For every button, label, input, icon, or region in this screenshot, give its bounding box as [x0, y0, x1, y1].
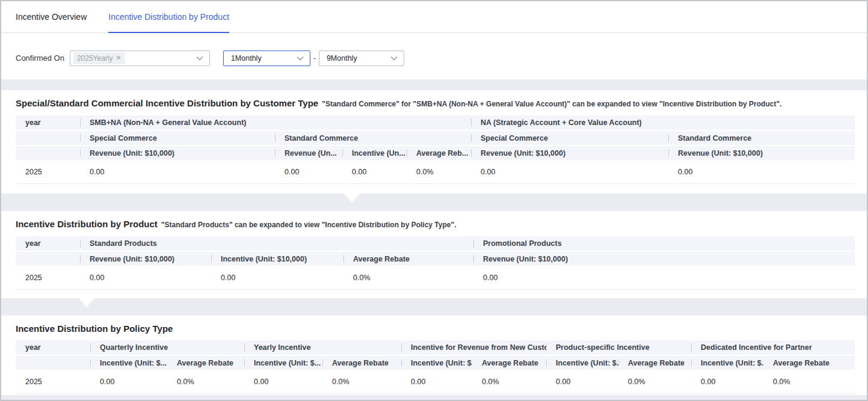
data-cell: 0.00 — [401, 370, 472, 393]
header-cell: Average Rebate — [618, 355, 691, 370]
section-title-row: Incentive Distribution by Product"Standa… — [16, 211, 852, 236]
header-cell: Average Rebate — [343, 251, 473, 266]
header-cell: Incentive (Unit: $... — [244, 355, 322, 370]
chevron-down-icon — [390, 56, 398, 61]
header-cell: Average Reb... — [407, 145, 471, 161]
data-cell: 2025 — [16, 266, 80, 289]
data-cell: 0.0% — [618, 370, 691, 393]
header-cell — [16, 145, 80, 161]
section-separator — [1, 298, 867, 316]
header-cell — [16, 251, 80, 266]
confirmed-on-select[interactable]: 2025Yearly ✕ — [70, 51, 210, 66]
tab-bar: Incentive Overview Incentive Distributio… — [1, 1, 867, 33]
range-to-value: 9Monthly — [319, 54, 357, 63]
data-cell: 0.00 — [691, 370, 763, 393]
data-cell: 0.00 — [244, 370, 322, 393]
data-cell: 0.00 — [80, 161, 275, 183]
header-cell: Incentive (Unit: $... — [546, 355, 618, 370]
by-product-table: yearStandard ProductsPromotional Product… — [16, 236, 855, 290]
data-cell: 0.00 — [275, 161, 342, 183]
header-cell: Standard Commerce — [668, 130, 855, 145]
by-policy-type-table: yearQuarterly IncentiveYearly IncentiveI… — [16, 340, 855, 394]
header-cell: Incentive (Unit: $... — [90, 355, 167, 370]
header-cell — [16, 130, 80, 145]
header-cell: Revenue (Unit: $10,000) — [668, 145, 855, 161]
header-cell — [16, 355, 90, 370]
header-cell: Yearly Incentive — [244, 340, 401, 355]
header-cell: Promotional Products — [473, 236, 855, 251]
chevron-down-icon — [196, 56, 203, 61]
range-from-select[interactable]: 1Monthly — [223, 51, 310, 66]
header-cell: Incentive (Un... — [342, 145, 407, 161]
section-title: Incentive Distribution by Product — [16, 219, 158, 229]
header-cell: year — [16, 340, 90, 355]
section-separator — [1, 79, 867, 90]
data-cell: 0.0% — [407, 161, 471, 183]
header-cell[interactable]: Standard Products — [80, 236, 473, 251]
header-cell[interactable]: Standard Commerce — [275, 130, 471, 145]
section-customer-type: Special/Standard Commercial Incentive Di… — [1, 90, 867, 194]
section-title-row: Incentive Distribution by Policy Type — [16, 316, 852, 340]
confirmed-on-label: Confirmed On — [16, 54, 64, 63]
header-cell: Incentive (Unit: $... — [401, 355, 472, 370]
expand-pointer-notch — [344, 194, 360, 203]
range-from-value: 1Monthly — [224, 54, 262, 63]
data-cell: 0.00 — [471, 161, 668, 183]
tab-incentive-overview[interactable]: Incentive Overview — [16, 1, 87, 33]
section-separator — [1, 194, 867, 211]
header-cell: Product-specific Incentive — [546, 340, 691, 355]
data-cell: 0.00 — [546, 370, 618, 393]
incentive-report-page: Incentive Overview Incentive Distributio… — [0, 0, 868, 401]
table-row: 20250.000.000.0%0.00 — [16, 266, 855, 289]
header-cell: Average Rebate — [763, 355, 855, 370]
table-row: 20250.000.0%0.000.0%0.000.0%0.000.0%0.00… — [16, 370, 855, 393]
table-row: 20250.000.000.000.0%0.000.00 — [16, 161, 855, 183]
section-title: Incentive Distribution by Policy Type — [16, 323, 173, 334]
top-bar: Incentive Overview Incentive Distributio… — [1, 1, 867, 79]
data-cell: 2025 — [16, 161, 80, 183]
section-title: Special/Standard Commercial Incentive Di… — [16, 98, 318, 108]
customer-type-table: yearSMB+NA (Non-NA + General Value Accou… — [16, 115, 855, 184]
data-cell: 0.00 — [668, 161, 855, 183]
page-bottom-strip — [1, 395, 867, 400]
header-cell: Quarterly Incentive — [90, 340, 244, 355]
data-cell: 0.00 — [80, 266, 211, 289]
data-cell: 0.0% — [167, 370, 244, 393]
header-cell: Average Rebate — [472, 355, 546, 370]
data-cell: 0.0% — [343, 266, 473, 289]
header-cell: Average Rebate — [322, 355, 401, 370]
header-cell: Special Commerce — [471, 130, 668, 145]
data-cell: 0.00 — [342, 161, 407, 183]
header-cell: Incentive (Unit: $... — [691, 355, 763, 370]
data-cell: 0.00 — [211, 266, 343, 289]
header-cell: Incentive (Unit: $10,000) — [211, 251, 343, 266]
header-cell: SMB+NA (Non-NA + General Value Account) — [80, 115, 471, 130]
remove-tag-icon[interactable]: ✕ — [116, 55, 122, 61]
chevron-down-icon — [297, 56, 304, 61]
tab-incentive-distribution-by-product[interactable]: Incentive Distribution by Product — [108, 1, 229, 33]
header-cell: Dedicated Incentive for Partner — [691, 340, 855, 355]
period-tag: 2025Yearly ✕ — [73, 52, 125, 64]
header-cell: Special Commerce — [80, 130, 275, 145]
expand-pointer-notch — [79, 298, 94, 307]
header-cell: year — [16, 236, 80, 251]
section-note: "Standard Products" can be expanded to v… — [161, 221, 457, 229]
data-cell: 2025 — [16, 370, 90, 393]
range-separator: - — [313, 54, 316, 63]
header-cell: Revenue (Un... — [275, 145, 342, 161]
header-cell: year — [16, 115, 80, 130]
data-cell: 0.0% — [763, 370, 855, 393]
header-cell: Revenue (Unit: $10,000) — [473, 251, 855, 266]
header-cell: Revenue (Unit: $10,000) — [80, 145, 275, 161]
header-cell: Incentive for Revenue from New Customers — [401, 340, 546, 355]
data-cell: 0.00 — [473, 266, 855, 289]
header-cell: Revenue (Unit: $10,000) — [80, 251, 211, 266]
data-cell: 0.00 — [90, 370, 167, 393]
header-cell: NA (Strategic Account + Core Value Accou… — [471, 115, 855, 130]
range-to-select[interactable]: 9Monthly — [319, 51, 404, 66]
header-cell: Average Rebate — [167, 355, 244, 370]
data-cell: 0.0% — [472, 370, 546, 393]
section-title-row: Special/Standard Commercial Incentive Di… — [16, 90, 852, 115]
header-cell: Revenue (Unit: $10,000) — [471, 145, 668, 161]
data-cell: 0.0% — [322, 370, 401, 393]
